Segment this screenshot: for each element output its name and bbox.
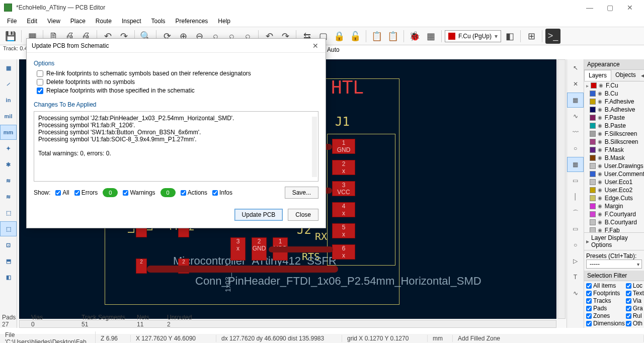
show-infos[interactable]: Infos bbox=[212, 189, 232, 196]
units-mil-icon[interactable]: mil bbox=[0, 109, 17, 124]
layer-row-f-fab[interactable]: ◉F.Fab bbox=[584, 226, 644, 232]
layer-row-f-adhesive[interactable]: ◉F.Adhesive bbox=[584, 98, 644, 106]
show-errors[interactable]: Errors bbox=[74, 189, 98, 196]
layer-row-b-courtyard[interactable]: ◉B.Courtyard bbox=[584, 218, 644, 226]
close-dialog-button[interactable]: Close bbox=[288, 209, 318, 221]
drc-icon[interactable]: 📋 bbox=[385, 29, 400, 44]
menu-route[interactable]: Route bbox=[92, 17, 116, 26]
line-icon[interactable]: │ bbox=[567, 189, 584, 204]
keepout-icon[interactable]: ▭ bbox=[567, 173, 584, 188]
layer-row-user-eco1[interactable]: ◉User.Eco1 bbox=[584, 178, 644, 186]
menu-view[interactable]: View bbox=[43, 17, 64, 26]
layers-list[interactable]: ▸◉F.Cu ◉B.Cu ◉F.Adhesive ◉B.Adhesive ◉F.… bbox=[584, 81, 644, 232]
layer-row-b-silkscreen[interactable]: ◉B.Silkscreen bbox=[584, 138, 644, 146]
layer-row-edge-cuts[interactable]: ◉Edge.Cuts bbox=[584, 194, 644, 202]
zone-icon[interactable]: ▦ bbox=[567, 157, 584, 172]
dimension-icon[interactable]: ∿ bbox=[567, 286, 584, 301]
opt-replace[interactable]: Replace footprints with those specified … bbox=[37, 87, 318, 94]
zone-fill-icon[interactable]: ⬒ bbox=[0, 253, 17, 269]
close-button[interactable]: ✕ bbox=[620, 4, 640, 12]
menu-place[interactable]: Place bbox=[66, 17, 90, 26]
pad-disp-icon[interactable]: ⬚ bbox=[0, 205, 17, 220]
units-in-icon[interactable]: in bbox=[0, 93, 17, 108]
menu-help[interactable]: Help bbox=[214, 17, 234, 26]
via-icon[interactable]: ○ bbox=[567, 141, 584, 156]
place-footprint-icon[interactable]: ▦ bbox=[567, 93, 584, 108]
scripting-icon[interactable]: >_ bbox=[545, 29, 560, 44]
canvas-scrollbar-y[interactable] bbox=[557, 59, 566, 319]
ratsnest-icon[interactable]: ⟋ bbox=[0, 76, 17, 92]
layer-pair-icon[interactable]: ◧ bbox=[502, 29, 517, 44]
filter-zones[interactable]: Zones bbox=[586, 312, 625, 319]
track-width-label[interactable]: Track: 0.4 bbox=[3, 45, 28, 51]
grid-combo[interactable]: Auto bbox=[327, 46, 340, 53]
opt-delete[interactable]: Delete footprints with no symbols bbox=[37, 78, 318, 85]
library-icon[interactable]: ▦ bbox=[423, 29, 438, 44]
layer-row-user-drawings[interactable]: ◉User.Drawings bbox=[584, 162, 644, 170]
zone-disp-icon[interactable]: ⬚ bbox=[0, 221, 17, 236]
arc-icon[interactable]: ⌒ bbox=[567, 205, 584, 220]
highlight-net-icon[interactable]: ✕ bbox=[567, 76, 584, 92]
menu-tools[interactable]: Tools bbox=[147, 17, 170, 26]
update-pcb-button[interactable]: Update PCB bbox=[234, 209, 283, 221]
layer-row-margin[interactable]: ◉Margin bbox=[584, 202, 644, 210]
dialog-close-icon[interactable]: ✕ bbox=[310, 42, 320, 50]
grid-icon[interactable]: ▦ bbox=[0, 60, 17, 75]
tab-layers[interactable]: Layers bbox=[584, 70, 611, 81]
filter-rul[interactable]: Rul bbox=[626, 312, 644, 319]
show-warnings[interactable]: Warnings bbox=[123, 189, 155, 196]
schematic-icon[interactable]: 📋 bbox=[369, 29, 384, 44]
unlock-icon[interactable]: 🔓 bbox=[348, 29, 363, 44]
layer-row-f-cu[interactable]: ▸◉F.Cu bbox=[584, 81, 644, 90]
changes-log[interactable]: Processing symbol 'J2:fab:PinHeader_1x03… bbox=[34, 111, 318, 182]
filter-all-items[interactable]: All items bbox=[586, 282, 625, 289]
show-all[interactable]: All bbox=[55, 189, 69, 196]
route-diff-icon[interactable]: 〰 bbox=[567, 125, 584, 140]
contrast2-icon[interactable]: ≋ bbox=[0, 189, 17, 204]
show-actions[interactable]: Actions bbox=[181, 189, 207, 196]
layer-row-f-paste[interactable]: ◉F.Paste bbox=[584, 114, 644, 122]
layer-row-user-comments[interactable]: ◉User.Comments bbox=[584, 170, 644, 178]
filter-gra[interactable]: Gra bbox=[626, 305, 644, 312]
filter-dimensions[interactable]: Dimensions bbox=[586, 320, 625, 327]
layer-row-b-paste[interactable]: ◉B.Paste bbox=[584, 122, 644, 130]
opt-relink[interactable]: Re-link footprints to schematic symbols … bbox=[37, 70, 318, 77]
minimize-button[interactable]: — bbox=[580, 4, 600, 12]
layer-display-options[interactable]: Layer Display Options bbox=[584, 232, 644, 250]
filter-pads[interactable]: Pads bbox=[586, 305, 625, 312]
save-icon[interactable]: 💾 bbox=[3, 29, 18, 44]
poly-icon[interactable]: ▷ bbox=[567, 253, 584, 269]
layer-row-f-courtyard[interactable]: ◉F.Courtyard bbox=[584, 210, 644, 218]
lock-icon[interactable]: 🔒 bbox=[332, 29, 347, 44]
menu-inspect[interactable]: Inspect bbox=[118, 17, 145, 26]
layer-row-f-silkscreen[interactable]: ◉F.Silkscreen bbox=[584, 130, 644, 138]
contrast-icon[interactable]: ≋ bbox=[0, 173, 17, 188]
canvas-scrollbar-x[interactable] bbox=[19, 320, 556, 328]
filter-tracks[interactable]: Tracks bbox=[586, 297, 625, 304]
select-tool-icon[interactable]: ↖ bbox=[567, 60, 584, 75]
tab-objects[interactable]: Objects bbox=[611, 70, 640, 81]
text-icon[interactable]: T bbox=[567, 270, 584, 285]
layer-row-f-mask[interactable]: ◉F.Mask bbox=[584, 146, 644, 154]
circle-icon[interactable]: ○ bbox=[567, 237, 584, 252]
menu-edit[interactable]: Edit bbox=[23, 17, 41, 26]
filter-loc[interactable]: Loc bbox=[626, 282, 644, 289]
filter-footprints[interactable]: Footprints bbox=[586, 290, 625, 297]
cursor-icon[interactable]: ✱ bbox=[0, 157, 17, 172]
zone-outline-icon[interactable]: ⊡ bbox=[0, 237, 17, 252]
rect-icon[interactable]: ▭ bbox=[567, 221, 584, 236]
filter-via[interactable]: Via bbox=[626, 297, 644, 304]
layer-row-b-cu[interactable]: ◉B.Cu bbox=[584, 90, 644, 98]
maximize-button[interactable]: ▢ bbox=[600, 4, 620, 12]
drc-run-icon[interactable]: 🐞 bbox=[407, 29, 422, 44]
route-track-icon[interactable]: ∿ bbox=[567, 109, 584, 124]
menu-file[interactable]: File bbox=[3, 17, 21, 26]
drc-icon2[interactable]: ⊞ bbox=[524, 29, 539, 44]
filter-oth[interactable]: Oth bbox=[626, 320, 644, 327]
layer-row-b-adhesive[interactable]: ◉B.Adhesive bbox=[584, 106, 644, 114]
layer-row-b-mask[interactable]: ◉B.Mask bbox=[584, 154, 644, 162]
active-layer-select[interactable]: F.Cu (PgUp) ▾ bbox=[445, 30, 501, 42]
filter-text[interactable]: Text bbox=[626, 290, 644, 297]
units-mm-icon[interactable]: mm bbox=[0, 125, 17, 140]
extra-icon[interactable]: ◧ bbox=[0, 270, 17, 285]
